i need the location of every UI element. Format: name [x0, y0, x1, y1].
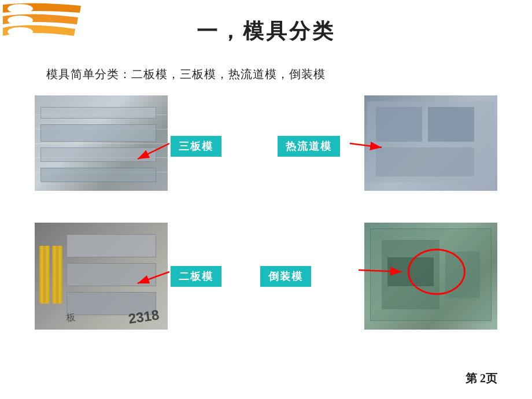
arrows-layer	[0, 0, 532, 399]
label-erban: 二板模	[171, 266, 221, 287]
label-daozhuang: 倒装模	[260, 266, 311, 287]
page-title: 一，模具分类	[0, 17, 532, 46]
tre-label: 2318	[127, 306, 160, 327]
image-sanban	[35, 95, 168, 191]
red-circle-highlight	[408, 249, 466, 295]
page-number: 第 2页	[466, 371, 497, 386]
label-reliu: 热流道模	[278, 136, 340, 157]
image-reliu	[364, 95, 497, 191]
label-sanban: 三板模	[171, 136, 221, 157]
svg-point-0	[8, 4, 33, 13]
subtitle-text: 模具简单分类：二板模，三板模，热流道模，倒装模	[46, 66, 326, 82]
image-erban: 板 2318	[35, 223, 168, 330]
